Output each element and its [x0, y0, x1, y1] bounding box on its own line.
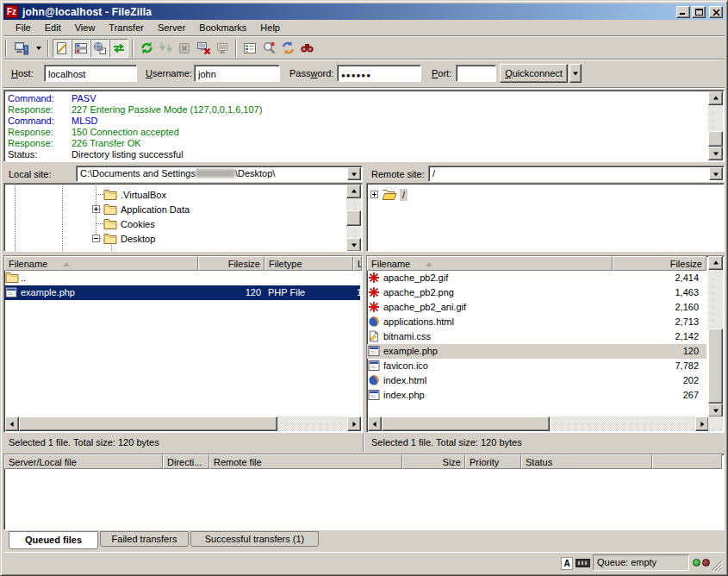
toolbar-separator: [132, 40, 134, 57]
password-input[interactable]: [337, 65, 421, 82]
compare-button[interactable]: [259, 39, 278, 58]
tab-queued-files[interactable]: Queued files: [9, 531, 98, 549]
local-site-dropdown[interactable]: [347, 167, 361, 180]
html-file-icon: [368, 316, 380, 328]
image-file-icon: [368, 272, 380, 284]
queue-column-priority[interactable]: Priority: [465, 454, 521, 469]
log-view-icon: [55, 41, 69, 55]
remote-list-vscrollbar[interactable]: [708, 256, 723, 417]
port-label: Port:: [432, 68, 451, 78]
folder-icon: [103, 189, 117, 200]
quickconnect-button[interactable]: Quickconnect: [500, 64, 568, 83]
file-row[interactable]: apache_pb2.png1,463: [367, 285, 706, 300]
queue-column-size[interactable]: Size: [402, 454, 465, 469]
column-header-filename[interactable]: Filename: [367, 256, 613, 271]
tree-item-virtualbox[interactable]: .VirtualBox: [103, 187, 166, 202]
reconnect-button[interactable]: [213, 39, 232, 58]
menu-transfer[interactable]: Transfer: [102, 21, 151, 35]
username-label: Username:: [146, 68, 192, 78]
menu-edit[interactable]: Edit: [38, 21, 68, 35]
quickconnect-dropdown[interactable]: [569, 64, 582, 83]
column-header-filesize[interactable]: Filesize: [613, 256, 706, 271]
remote-tree-icon: [93, 41, 107, 55]
queue-column-status[interactable]: Status: [521, 454, 652, 469]
toolbar: [3, 37, 725, 59]
local-list-hscrollbar[interactable]: [5, 416, 361, 431]
remote-site-label: Remote site:: [371, 169, 425, 179]
transfer-queue: Server/Local file Directi... Remote file…: [3, 454, 725, 530]
file-row[interactable]: applications.html2,713: [367, 315, 706, 329]
tree-item-desktop[interactable]: Desktop: [103, 231, 155, 246]
tree-item-cookies[interactable]: Cookies: [103, 216, 155, 231]
disconnect-button[interactable]: [194, 39, 213, 58]
file-row[interactable]: index.html202: [367, 373, 706, 388]
speed-limit-icon: [576, 559, 590, 567]
host-input[interactable]: [44, 65, 137, 82]
remote-site-combo[interactable]: /: [428, 166, 725, 182]
log-line: Command:MLSD: [8, 116, 98, 126]
collapse-icon[interactable]: [92, 235, 100, 242]
log-scrollbar[interactable]: [708, 91, 723, 160]
menu-file[interactable]: File: [9, 21, 38, 35]
port-input[interactable]: [456, 65, 496, 82]
file-row[interactable]: bitnami.css2,142: [367, 329, 706, 344]
refresh-icon: [140, 41, 154, 55]
process-queue-button[interactable]: [156, 39, 175, 58]
sync-browsing-button[interactable]: [278, 39, 297, 58]
filter-button[interactable]: [240, 39, 259, 58]
toggle-remote-tree-button[interactable]: [90, 39, 109, 58]
toggle-queue-button[interactable]: [109, 39, 128, 58]
data-type-indicator: A: [561, 557, 573, 570]
maximize-button[interactable]: [692, 6, 706, 18]
find-files-icon: [300, 41, 314, 55]
remote-file-list: Filename Filesize apache_pb2.gif2,414apa…: [366, 255, 725, 433]
file-row-parent[interactable]: ..: [4, 271, 360, 285]
column-header-filesize[interactable]: Filesize: [198, 256, 264, 271]
remote-tree: /: [366, 183, 725, 252]
file-row[interactable]: favicon.ico7,782: [367, 359, 706, 373]
username-input[interactable]: [194, 65, 280, 82]
activity-led-green: [693, 559, 700, 567]
toggle-log-view-button[interactable]: [53, 39, 72, 58]
site-manager-button[interactable]: [10, 39, 33, 58]
local-site-header: Local site: C:\Documents and Settings\De…: [3, 166, 363, 182]
minimize-button[interactable]: [676, 6, 690, 18]
tree-item-root[interactable]: /: [370, 187, 408, 202]
column-header-lastmodified[interactable]: L: [353, 256, 362, 271]
queue-column-remote-file[interactable]: Remote file: [209, 454, 402, 469]
file-row-selected[interactable]: example.php120: [367, 344, 706, 359]
file-row[interactable]: apache_pb2_ani.gif2,160: [367, 300, 706, 315]
site-manager-icon: [14, 41, 29, 56]
reconnect-icon: [215, 41, 230, 55]
close-button[interactable]: [709, 6, 723, 18]
remote-site-dropdown[interactable]: [709, 167, 723, 180]
file-row-selected[interactable]: example.php 120 PHP File 1: [4, 285, 360, 300]
expand-icon[interactable]: [370, 191, 378, 198]
menu-help[interactable]: Help: [253, 21, 287, 35]
expand-icon[interactable]: [92, 205, 100, 213]
menu-server[interactable]: Server: [151, 21, 192, 35]
local-tree-scrollbar[interactable]: [346, 185, 361, 252]
tab-successful-transfers[interactable]: Successful transfers (1): [190, 531, 319, 547]
menu-view[interactable]: View: [68, 21, 103, 35]
toggle-local-tree-button[interactable]: [72, 39, 90, 58]
column-header-filename[interactable]: Filename: [4, 256, 198, 271]
tree-item-application-data[interactable]: Application Data: [103, 202, 190, 216]
find-files-button[interactable]: [297, 39, 316, 58]
cancel-button[interactable]: [175, 39, 194, 58]
refresh-button[interactable]: [137, 39, 156, 58]
tab-failed-transfers[interactable]: Failed transfers: [100, 531, 189, 547]
file-row[interactable]: index.php267: [367, 388, 706, 403]
menu-bookmarks[interactable]: Bookmarks: [192, 21, 253, 35]
local-site-combo[interactable]: C:\Documents and Settings\Desktop\: [76, 166, 363, 182]
queue-column-server-local[interactable]: Server/Local file: [4, 454, 163, 469]
queue-column-direction[interactable]: Directi...: [163, 454, 209, 469]
resize-grip[interactable]: [711, 560, 722, 572]
cancel-icon: [177, 41, 191, 55]
column-header-filetype[interactable]: Filetype: [264, 256, 353, 271]
site-manager-dropdown[interactable]: [33, 39, 44, 58]
file-row[interactable]: apache_pb2.gif2,414: [367, 271, 706, 285]
remote-list-hscrollbar[interactable]: [368, 416, 709, 431]
sort-ascending-icon: [63, 262, 70, 266]
log-line: Response:150 Connection accepted: [8, 127, 179, 137]
